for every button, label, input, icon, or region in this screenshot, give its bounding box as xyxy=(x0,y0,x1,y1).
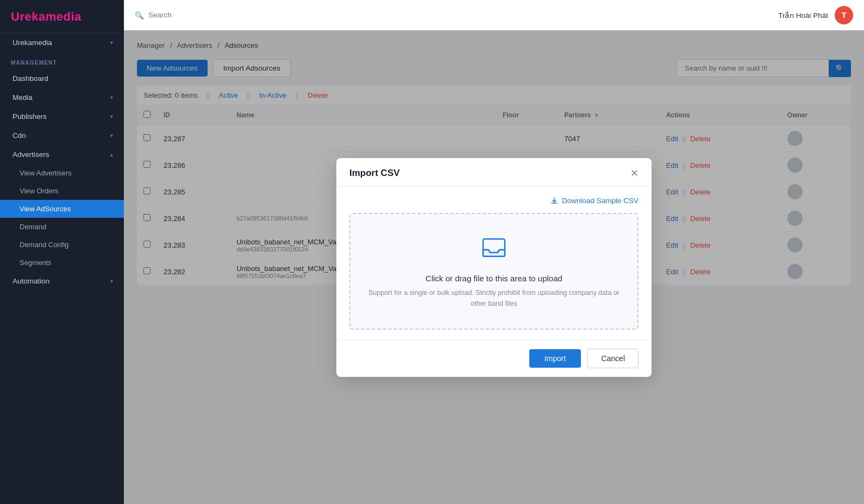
modal-title: Import CSV xyxy=(349,168,400,179)
sidebar-sub-item-label: View Advertisers xyxy=(20,169,72,177)
sidebar-item-view-advertisers[interactable]: View Advertisers xyxy=(0,164,124,182)
sidebar-item-urekamedia[interactable]: Urekamedia ▾ xyxy=(0,33,124,52)
chevron-down-icon: ▾ xyxy=(110,114,113,119)
download-csv-link[interactable]: Download Sample CSV xyxy=(349,197,638,205)
search-input[interactable] xyxy=(148,11,257,19)
sidebar-item-label: Advertisers xyxy=(12,150,49,159)
chevron-down-icon: ▾ xyxy=(110,94,113,100)
cancel-button[interactable]: Cancel xyxy=(587,349,638,368)
sidebar-item-media[interactable]: Media ▾ xyxy=(0,88,124,107)
user-name: Trần Hoài Phát xyxy=(778,11,828,20)
modal-overlay[interactable]: Import CSV ✕ Download Sample CSV xyxy=(124,30,864,504)
sidebar-item-label: Publishers xyxy=(12,112,47,121)
sidebar-logo: Urekamedia xyxy=(0,0,124,33)
sidebar-item-view-adsources[interactable]: View AdSources xyxy=(0,200,124,218)
sidebar: Urekamedia Urekamedia ▾ MANAGEMENT Dashb… xyxy=(0,0,124,504)
download-icon xyxy=(550,197,559,205)
import-csv-modal: Import CSV ✕ Download Sample CSV xyxy=(336,158,652,377)
sidebar-item-publishers[interactable]: Publishers ▾ xyxy=(0,107,124,126)
chevron-down-icon: ▾ xyxy=(110,40,113,46)
chevron-up-icon: ▴ xyxy=(110,152,113,158)
sidebar-item-label: Cdn xyxy=(12,131,26,140)
sidebar-item-label: Urekamedia xyxy=(12,39,52,47)
import-button[interactable]: Import xyxy=(529,349,581,368)
modal-footer: Import Cancel xyxy=(336,339,652,377)
sidebar-item-cdn[interactable]: Cdn ▾ xyxy=(0,126,124,145)
sidebar-item-segments[interactable]: Segments xyxy=(0,254,124,272)
page-content: Manager / Advertisers / Adsources New Ad… xyxy=(124,30,864,504)
sidebar-item-demand[interactable]: Demand xyxy=(0,218,124,236)
sidebar-item-advertisers[interactable]: Advertisers ▴ xyxy=(0,145,124,164)
sidebar-item-label: Dashboard xyxy=(12,74,48,83)
search-icon: 🔍 xyxy=(135,11,144,20)
sidebar-item-dashboard[interactable]: Dashboard xyxy=(0,69,124,88)
sidebar-sub-item-label: View Orders xyxy=(20,187,58,195)
upload-sub-text: Support for a single or bulk upload. Str… xyxy=(364,287,624,309)
modal-close-button[interactable]: ✕ xyxy=(630,168,638,178)
upload-area[interactable]: Click or drag file to this area to uploa… xyxy=(349,213,638,330)
sidebar-sub-item-label: View AdSources xyxy=(20,205,71,213)
topbar-search-area: 🔍 xyxy=(135,11,257,20)
main-content: 🔍 Trần Hoài Phát T Manager / Advertisers… xyxy=(124,0,864,504)
sidebar-management-label: MANAGEMENT xyxy=(0,52,124,69)
sidebar-item-demand-config[interactable]: Demand Config xyxy=(0,236,124,254)
chevron-down-icon: ▾ xyxy=(110,133,113,138)
avatar: T xyxy=(835,6,853,24)
modal-body: Download Sample CSV Click or drag file t… xyxy=(336,187,652,339)
sidebar-item-view-orders[interactable]: View Orders xyxy=(0,182,124,200)
topbar-user: Trần Hoài Phát T xyxy=(778,6,853,24)
sidebar-item-label: Media xyxy=(12,93,33,102)
modal-header: Import CSV ✕ xyxy=(336,158,652,187)
sidebar-item-label: Automation xyxy=(12,277,49,285)
upload-icon-wrap xyxy=(479,234,509,266)
inbox-icon xyxy=(479,234,509,264)
topbar: 🔍 Trần Hoài Phát T xyxy=(124,0,864,30)
sidebar-sub-item-label: Segments xyxy=(20,259,52,267)
sidebar-item-automation[interactable]: Automation ▾ xyxy=(0,272,124,291)
chevron-down-icon: ▾ xyxy=(110,278,113,284)
sidebar-sub-item-label: Demand xyxy=(20,223,46,231)
sidebar-sub-item-label: Demand Config xyxy=(20,241,68,249)
upload-main-text: Click or drag file to this area to uploa… xyxy=(425,274,562,283)
